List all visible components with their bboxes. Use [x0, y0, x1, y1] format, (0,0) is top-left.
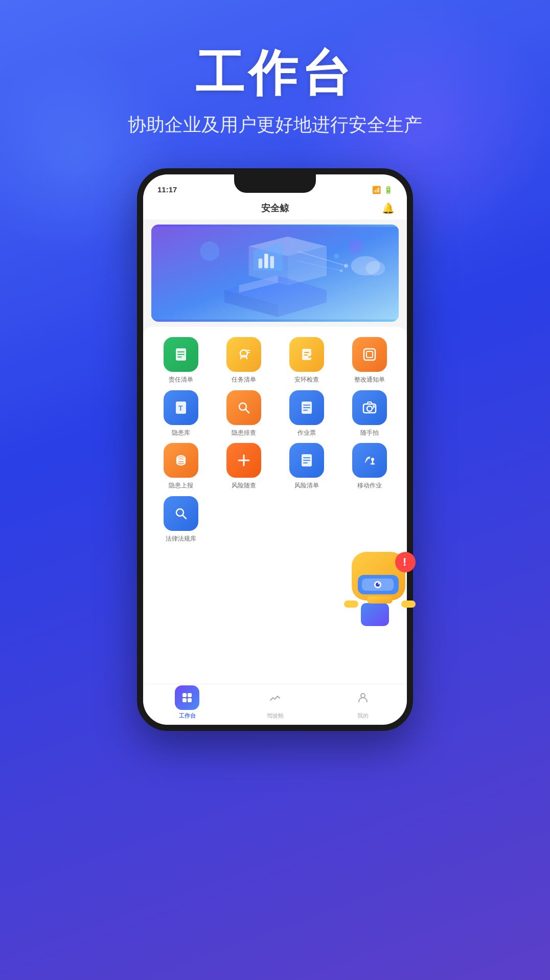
svg-point-17: [200, 241, 219, 261]
svg-rect-70: [344, 600, 358, 608]
svg-point-16: [334, 254, 339, 259]
svg-point-59: [361, 694, 365, 698]
nav-profile-label: 我的: [357, 712, 369, 720]
menu-grid-row3: 隐患上报 风险随查 风险清单: [151, 443, 399, 490]
svg-rect-71: [401, 600, 416, 608]
nav-workbench-label: 工作台: [179, 712, 196, 720]
mobile-work-icon: [352, 443, 387, 478]
notification-icon[interactable]: 🔔: [382, 202, 395, 214]
menu-item-hazard-upload[interactable]: 隐患上报: [151, 443, 210, 490]
nav-dashboard[interactable]: 驾驶舱: [263, 685, 287, 720]
battery-icon: 🔋: [384, 186, 393, 194]
menu-item-hazard-lib[interactable]: T 隐患库: [151, 390, 210, 437]
task-list-icon: [226, 337, 261, 372]
task-list-label: 任务清单: [232, 376, 256, 384]
hazard-check-icon: [226, 390, 261, 425]
nav-dashboard-label: 驾驶舱: [267, 712, 284, 720]
risk-list-icon: [289, 443, 324, 478]
svg-rect-56: [188, 693, 192, 697]
mobile-work-label: 移动作业: [357, 482, 382, 490]
svg-text:!: !: [403, 555, 406, 568]
svg-line-54: [182, 515, 186, 519]
menu-item-work-ticket[interactable]: 作业票: [277, 390, 336, 437]
svg-point-14: [344, 264, 348, 268]
risk-check-label: 风险随查: [232, 482, 256, 490]
safety-check-label: 安环检查: [294, 376, 319, 384]
page-subtitle: 协助企业及用户更好地进行安全生产: [128, 113, 422, 138]
status-icons: 📶 🔋: [372, 186, 393, 194]
menu-item-mobile-work[interactable]: 移动作业: [340, 443, 399, 490]
menu-item-rectify-notice[interactable]: 整改通知单: [340, 337, 399, 384]
svg-rect-6: [264, 254, 268, 269]
hazard-lib-label: 隐患库: [172, 429, 190, 437]
hazard-lib-icon: T: [164, 390, 198, 425]
svg-point-45: [177, 456, 185, 461]
profile-icon: [351, 685, 375, 710]
svg-point-20: [365, 261, 385, 276]
svg-point-18: [349, 239, 363, 254]
work-ticket-label: 作业票: [297, 429, 316, 437]
menu-grid-row2: T 隐患库 隐患排查: [151, 390, 399, 437]
svg-point-67: [378, 583, 380, 585]
mascot: !: [341, 547, 423, 649]
menu-item-safety-check[interactable]: 安环检查: [277, 337, 336, 384]
hazard-upload-label: 隐患上报: [169, 482, 193, 490]
svg-rect-57: [182, 698, 187, 702]
law-lib-icon: [164, 496, 198, 531]
menu-grid-row1: 责任清单 任务清单 安环检查: [151, 337, 399, 384]
svg-rect-55: [182, 693, 187, 697]
duty-list-label: 责任清单: [169, 376, 193, 384]
risk-check-icon: [226, 443, 261, 478]
menu-item-task-list[interactable]: 任务清单: [214, 337, 273, 384]
app-bar: 安全鲸 🔔: [143, 197, 407, 219]
phone-wrapper: 11:17 📶 🔋 安全鲸 🔔: [137, 168, 413, 731]
menu-grid-row4: 法律法规库: [151, 496, 399, 543]
svg-rect-5: [259, 258, 263, 268]
work-ticket-icon: [289, 390, 324, 425]
nav-profile[interactable]: 我的: [351, 685, 375, 720]
rectify-notice-icon: [352, 337, 387, 372]
menu-item-quick-photo[interactable]: 随手拍: [340, 390, 399, 437]
law-lib-label: 法律法规库: [166, 535, 196, 543]
risk-list-label: 风险清单: [294, 482, 319, 490]
svg-rect-7: [270, 256, 274, 269]
menu-item-hazard-check[interactable]: 隐患排查: [214, 390, 273, 437]
svg-rect-72: [367, 596, 393, 604]
menu-item-risk-list[interactable]: 风险清单: [277, 443, 336, 490]
phone-notch: [234, 174, 316, 193]
svg-rect-29: [364, 349, 375, 360]
svg-point-40: [367, 406, 372, 411]
bottom-nav: 工作台 驾驶舱 我的: [143, 684, 407, 725]
svg-line-34: [245, 409, 249, 413]
dashboard-icon: [263, 685, 287, 710]
banner-illustration: [151, 225, 399, 322]
wifi-icon: 📶: [372, 186, 381, 194]
menu-item-law-lib[interactable]: 法律法规库: [151, 496, 210, 543]
quick-photo-label: 随手拍: [360, 429, 379, 437]
duty-list-icon: [164, 337, 198, 372]
svg-rect-30: [366, 351, 373, 358]
status-time: 11:17: [157, 185, 177, 194]
app-title: 安全鲸: [261, 202, 289, 214]
svg-text:T: T: [178, 404, 183, 412]
quick-photo-icon: [352, 390, 387, 425]
nav-workbench[interactable]: 工作台: [175, 685, 199, 720]
page-title: 工作台: [128, 41, 422, 107]
hazard-check-label: 隐患排查: [232, 429, 256, 437]
hazard-upload-icon: [164, 443, 198, 478]
rectify-notice-label: 整改通知单: [354, 376, 385, 384]
menu-item-duty-list[interactable]: 责任清单: [151, 337, 210, 384]
svg-rect-61: [361, 603, 389, 626]
safety-check-icon: [289, 337, 324, 372]
banner: [151, 225, 399, 322]
mascot-svg: !: [341, 547, 423, 649]
svg-rect-58: [188, 698, 192, 702]
menu-item-risk-check[interactable]: 风险随查: [214, 443, 273, 490]
svg-point-15: [340, 269, 343, 272]
header-section: 工作台 协助企业及用户更好地进行安全生产: [128, 41, 422, 138]
workbench-icon: [175, 685, 199, 710]
